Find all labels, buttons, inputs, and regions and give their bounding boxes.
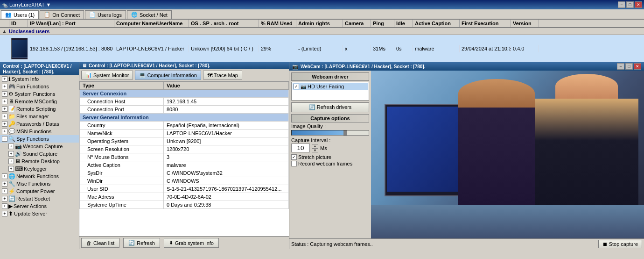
row-sysdir: SysDir C:\WINDOWS\system32: [80, 169, 289, 177]
tree-item-msn-functions[interactable]: + 💬 MSN Functions: [0, 128, 79, 135]
col-ping-header[interactable]: Ping: [371, 20, 394, 27]
col-first-header[interactable]: First Execution: [460, 20, 511, 27]
col-camera-header[interactable]: Camera: [343, 20, 371, 27]
expand-remote-scripting[interactable]: +: [2, 106, 7, 112]
expand-sound-capture[interactable]: +: [8, 151, 14, 157]
col-idle-header[interactable]: Idle: [394, 20, 413, 27]
grab-system-info-button[interactable]: ⬇ Grab system info: [164, 238, 219, 248]
interval-up-button[interactable]: ▲: [312, 144, 318, 148]
tree-item-remote-scripting[interactable]: + 📝 Remote Scripting: [0, 105, 79, 113]
expand-files-manager[interactable]: +: [2, 114, 7, 119]
tree-label-misc-functions: Misc Functions: [16, 181, 50, 187]
users-tab-label: Users (1): [14, 12, 35, 18]
title-bar-left: 🐀 LarryLureXRAT ▼: [2, 2, 51, 7]
tree-item-computer-power[interactable]: + ⚡ Computer Power: [0, 187, 79, 195]
quality-thumb[interactable]: [343, 130, 347, 136]
tree-item-system-info[interactable]: + ℹ System Info: [0, 75, 79, 83]
stretch-checkbox[interactable]: ✓: [291, 154, 297, 160]
webcam-close-button[interactable]: ✕: [634, 63, 641, 70]
expand-remote-msconfig[interactable]: +: [2, 99, 7, 104]
tree-item-server-actions[interactable]: + ▶ Server Actions: [0, 202, 79, 210]
maximize-button[interactable]: □: [626, 1, 634, 8]
expand-update-server[interactable]: +: [2, 211, 7, 216]
trace-map-button[interactable]: 🗺 Trace Map: [203, 71, 242, 79]
socket-net-tab-icon: 🌐: [131, 12, 138, 18]
expand-system-info[interactable]: +: [2, 76, 7, 82]
unclassed-users-row[interactable]: ▲ Unclassed users: [0, 28, 644, 35]
tree-item-sound-capture[interactable]: + 🔊 Sound Capture: [0, 150, 79, 158]
tab-users-logs[interactable]: 📄 Users logs: [85, 10, 126, 19]
tree-item-keylogger[interactable]: + ⌨ Keylogger: [0, 165, 79, 173]
tree-item-update-server[interactable]: + ⬆ Update Server: [0, 210, 79, 217]
tree-item-webcam-capture[interactable]: + 📷 Webcam Capture: [0, 143, 79, 150]
tab-on-connect[interactable]: 📋 On Connect: [40, 10, 84, 19]
col-os-header[interactable]: OS . SP . arch . root: [189, 20, 259, 27]
interval-down-button[interactable]: ▼: [312, 148, 318, 152]
stop-capture-button[interactable]: ⏹ Stop capture: [598, 240, 642, 248]
system-monitor-button[interactable]: 📊 System Monitor: [81, 71, 133, 79]
expand-keylogger[interactable]: +: [8, 166, 14, 172]
driver-checkbox[interactable]: ✓: [294, 84, 299, 89]
tree-item-restart-socket[interactable]: + 🔄 Restart Socket: [0, 195, 79, 202]
tree-item-remote-msconfig[interactable]: + 🖥 Remote MSConfig: [0, 98, 79, 105]
minimize-button[interactable]: −: [618, 1, 625, 8]
capture-options-title: Capture options: [291, 114, 369, 122]
webcam-title-icon: 📷: [292, 64, 299, 70]
col-ip-header[interactable]: IP Wan/[Lan] : Port: [28, 20, 114, 27]
computer-info-button[interactable]: 💻 Computer Information: [135, 71, 201, 79]
interval-input[interactable]: [291, 144, 310, 152]
record-checkbox[interactable]: [291, 161, 297, 166]
tree-item-passwords[interactable]: + 🔑 Passwords / Datas: [0, 120, 79, 128]
expand-computer-power[interactable]: +: [2, 188, 7, 194]
expand-fun-functions[interactable]: +: [2, 84, 7, 89]
webcam-title-label: WebCam : [LAPTOP-LNE6C6V1 / Hacker], Soc…: [301, 64, 426, 69]
tab-users[interactable]: 👥 Users (1): [1, 10, 39, 19]
unclassed-expand-icon[interactable]: ▲: [2, 29, 7, 34]
close-button[interactable]: ✕: [635, 1, 642, 8]
col-caption-header[interactable]: Active Caption: [413, 20, 460, 27]
col-admin-header[interactable]: Admin rights: [296, 20, 343, 27]
webcam-restore-button[interactable]: □: [625, 63, 633, 70]
tree-item-spy-functions[interactable]: − 🔍 Spy Functions: [0, 135, 79, 143]
center-title-bar: 🖥 Control : [LAPTOP-LNE6C6V1 / Hacker], …: [79, 62, 289, 69]
refresh-button[interactable]: 🔄 Refresh: [123, 238, 160, 248]
col-expand: [0, 20, 9, 27]
expand-webcam-capture[interactable]: +: [8, 144, 14, 149]
image-quality-slider[interactable]: [291, 130, 369, 136]
webcam-status-text: Status : Capturing webcam frames..: [291, 241, 373, 247]
expand-passwords[interactable]: +: [2, 121, 7, 127]
col-version-header[interactable]: Version: [511, 20, 539, 27]
col-id-header[interactable]: ID: [9, 20, 28, 27]
expand-network-functions[interactable]: +: [2, 173, 7, 179]
tree-container: + ℹ System Info + 🎮 Fun Functions + ⚙ Sy…: [0, 75, 79, 249]
expand-restart-socket[interactable]: +: [2, 196, 7, 201]
expand-msn-functions[interactable]: +: [2, 129, 7, 134]
expand-remote-desktop[interactable]: +: [8, 158, 14, 164]
tree-item-system-functions[interactable]: + ⚙ System Functions: [0, 90, 79, 98]
tree-item-remote-desktop[interactable]: + 🖥 Remote Desktop: [0, 158, 79, 165]
expand-spy-functions[interactable]: −: [2, 136, 7, 142]
tab-socket-net[interactable]: 🌐 Socket / Net: [127, 10, 172, 19]
refresh-drivers-button[interactable]: 🔄 Refresh drivers: [291, 102, 369, 112]
col-ram-header[interactable]: % RAM Used: [259, 20, 296, 27]
webcam-minimize-button[interactable]: −: [617, 63, 624, 70]
row-country: Country Español (España, internacional): [80, 122, 289, 130]
clean-list-button[interactable]: 🗑 Clean list: [81, 238, 119, 248]
tree-item-misc-functions[interactable]: + 🔧 Misc Functions: [0, 180, 79, 187]
col-name-header[interactable]: Computer Name/UserName: [114, 20, 189, 27]
app-icon: 🐀: [2, 2, 7, 7]
trace-map-icon: 🗺: [207, 72, 212, 78]
value-column-header: Value: [164, 82, 289, 90]
row-uptime: Systeme UpTime 0 Days and 0:29:38: [80, 201, 289, 209]
users-tab-icon: 👥: [5, 12, 12, 18]
center-title-label: Control : [LAPTOP-LNE6C6V1 / Hacker], So…: [89, 63, 210, 68]
tree-item-network-functions[interactable]: + 🌐 Network Functions: [0, 173, 79, 180]
expand-server-actions[interactable]: +: [2, 203, 7, 209]
webcam-driver-item[interactable]: ✓ 📷 HD User Facing: [293, 83, 368, 90]
expand-misc-functions[interactable]: +: [2, 181, 7, 187]
tree-item-files-manager[interactable]: + 📁 Files manager: [0, 113, 79, 120]
expand-system-functions[interactable]: +: [2, 91, 7, 97]
tree-item-fun-functions[interactable]: + 🎮 Fun Functions: [0, 83, 79, 90]
stretch-label: Stretch picture: [298, 154, 331, 160]
user-data-row[interactable]: G1 192.168.1.53 / [192.168.1.53] : 8080 …: [0, 35, 644, 62]
